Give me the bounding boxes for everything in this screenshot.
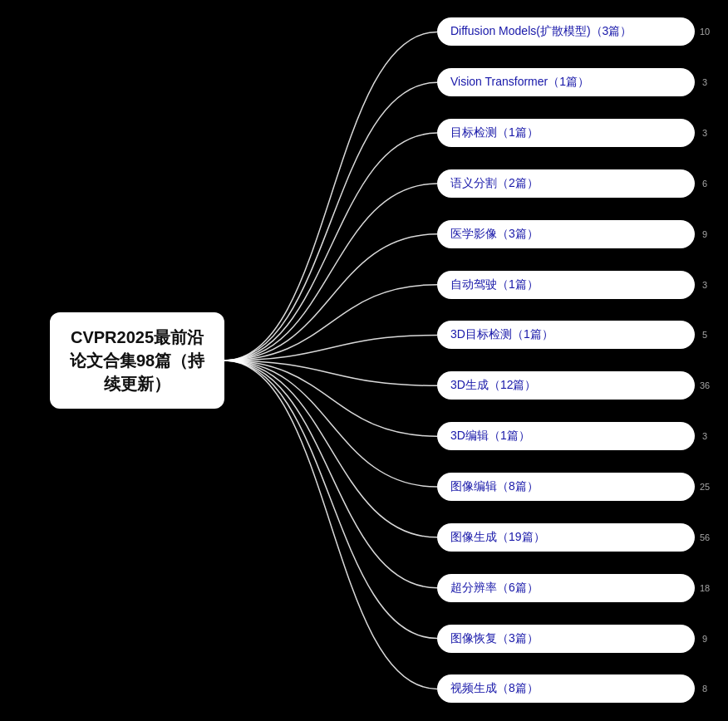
- branch-node-3[interactable]: 目标检测（1篇）3: [437, 119, 695, 147]
- node-label-13: 图像恢复（3篇）: [450, 631, 681, 646]
- node-badge-9: 3: [696, 431, 713, 441]
- node-badge-5: 9: [696, 229, 713, 239]
- branch-node-7[interactable]: 3D目标检测（1篇）5: [437, 321, 695, 349]
- branch-node-11[interactable]: 图像生成（19篇）56: [437, 523, 695, 552]
- node-badge-8: 36: [696, 380, 713, 390]
- branch-node-13[interactable]: 图像恢复（3篇）9: [437, 625, 695, 653]
- node-badge-12: 18: [696, 583, 713, 593]
- branch-node-9[interactable]: 3D编辑（1篇）3: [437, 422, 695, 450]
- node-box-3: 目标检测（1篇）: [437, 119, 695, 147]
- node-label-2: Vision Transformer（1篇）: [450, 75, 681, 90]
- node-box-5: 医学影像（3篇）: [437, 220, 695, 248]
- branch-node-1[interactable]: Diffusion Models(扩散模型)（3篇）10: [437, 17, 695, 46]
- node-label-8: 3D生成（12篇）: [450, 378, 681, 393]
- node-label-9: 3D编辑（1篇）: [450, 429, 681, 444]
- node-label-3: 目标检测（1篇）: [450, 125, 681, 140]
- node-box-2: Vision Transformer（1篇）: [437, 68, 695, 96]
- node-badge-1: 10: [696, 27, 713, 37]
- center-label: CVPR2025最前沿论文合集98篇（持续更新）: [70, 328, 204, 393]
- node-label-12: 超分辨率（6篇）: [450, 581, 681, 596]
- watermark: 人人都是图书猫Arwin: [575, 689, 678, 704]
- node-box-6: 自动驾驶（1篇）: [437, 271, 695, 299]
- node-label-1: Diffusion Models(扩散模型)（3篇）: [450, 24, 681, 39]
- node-badge-14: 8: [696, 684, 713, 694]
- node-label-10: 图像编辑（8篇）: [450, 479, 681, 494]
- branch-node-5[interactable]: 医学影像（3篇）9: [437, 220, 695, 248]
- branch-node-4[interactable]: 语义分割（2篇）6: [437, 169, 695, 198]
- node-badge-7: 5: [696, 330, 713, 340]
- branch-node-8[interactable]: 3D生成（12篇）36: [437, 371, 695, 400]
- node-box-13: 图像恢复（3篇）: [437, 625, 695, 653]
- node-badge-10: 25: [696, 482, 713, 492]
- node-box-9: 3D编辑（1篇）: [437, 422, 695, 450]
- node-label-7: 3D目标检测（1篇）: [450, 327, 681, 342]
- branch-node-12[interactable]: 超分辨率（6篇）18: [437, 574, 695, 602]
- node-label-5: 医学影像（3篇）: [450, 227, 681, 242]
- node-badge-6: 3: [696, 280, 713, 290]
- node-label-11: 图像生成（19篇）: [450, 530, 681, 545]
- node-label-4: 语义分割（2篇）: [450, 176, 681, 191]
- node-box-7: 3D目标检测（1篇）: [437, 321, 695, 349]
- node-box-8: 3D生成（12篇）: [437, 371, 695, 400]
- branch-node-2[interactable]: Vision Transformer（1篇）3: [437, 68, 695, 96]
- mind-map: CVPR2025最前沿论文合集98篇（持续更新） Diffusion Model…: [0, 0, 728, 721]
- node-badge-3: 3: [696, 128, 713, 138]
- node-badge-4: 6: [696, 179, 713, 189]
- node-badge-13: 9: [696, 634, 713, 644]
- node-badge-11: 56: [696, 532, 713, 542]
- center-node: CVPR2025最前沿论文合集98篇（持续更新）: [50, 312, 224, 409]
- node-label-6: 自动驾驶（1篇）: [450, 277, 681, 292]
- branch-node-10[interactable]: 图像编辑（8篇）25: [437, 473, 695, 501]
- node-box-4: 语义分割（2篇）: [437, 169, 695, 198]
- branch-nodes: Diffusion Models(扩散模型)（3篇）10Vision Trans…: [437, 0, 695, 721]
- node-box-11: 图像生成（19篇）: [437, 523, 695, 552]
- node-box-12: 超分辨率（6篇）: [437, 574, 695, 602]
- node-box-1: Diffusion Models(扩散模型)（3篇）: [437, 17, 695, 46]
- node-badge-2: 3: [696, 77, 713, 87]
- branch-node-6[interactable]: 自动驾驶（1篇）3: [437, 271, 695, 299]
- node-box-10: 图像编辑（8篇）: [437, 473, 695, 501]
